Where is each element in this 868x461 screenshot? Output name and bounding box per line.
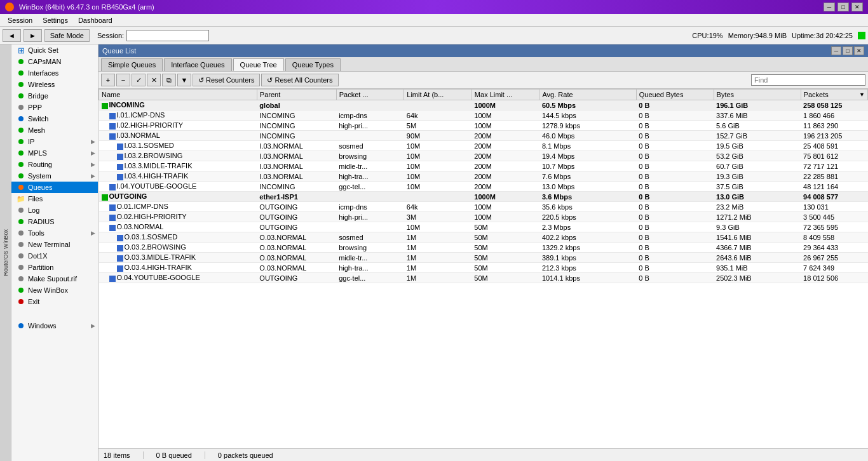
sidebar-item-interfaces[interactable]: Interfaces bbox=[11, 67, 98, 79]
reset-all-counters-icon: ↺ bbox=[267, 76, 273, 84]
sidebar-item-mpls[interactable]: MPLS ▶ bbox=[11, 147, 98, 159]
tab-queue-types[interactable]: Queue Types bbox=[285, 58, 341, 71]
table-row[interactable]: I.03.NORMAL INCOMING 90M 200M 46.0 Mbps … bbox=[99, 131, 868, 141]
radius-icon bbox=[17, 217, 25, 226]
table-row[interactable]: INCOMING global 1000M 60.5 Mbps 0 B 196.… bbox=[99, 100, 868, 110]
col-header-limit[interactable]: Limit At (b... bbox=[404, 90, 472, 100]
cell-packet: ggc-tel... bbox=[336, 182, 404, 192]
copy-button[interactable]: ⧉ bbox=[162, 74, 176, 86]
col-header-packet[interactable]: Packet ... bbox=[336, 90, 404, 100]
sidebar-item-new-winbox[interactable]: New WinBox bbox=[11, 284, 98, 296]
table-row[interactable]: O.02.HIGH-PRIORITY OUTGOING high-pri... … bbox=[99, 212, 868, 222]
sidebar-item-partition[interactable]: Partition bbox=[11, 262, 98, 273]
cell-packets: 94 008 577 bbox=[801, 192, 867, 202]
table-row[interactable]: O.03.NORMAL OUTGOING 10M 50M 2.3 Mbps 0 … bbox=[99, 222, 868, 232]
sidebar-item-bridge[interactable]: Bridge bbox=[11, 90, 98, 102]
sidebar-item-ip[interactable]: IP ▶ bbox=[11, 136, 98, 147]
sidebar-item-windows[interactable]: Windows ▶ bbox=[11, 320, 98, 331]
safemode-button[interactable]: Safe Mode bbox=[44, 29, 90, 42]
cpu-info: CPU:19% bbox=[692, 32, 722, 39]
sidebar-item-dot1x[interactable]: Dot1X bbox=[11, 250, 98, 262]
table-row[interactable]: I.02.HIGH-PRIORITY INCOMING high-pri... … bbox=[99, 121, 868, 131]
sidebar-item-system[interactable]: System ▶ bbox=[11, 170, 98, 182]
table-row[interactable]: O.01.ICMP-DNS OUTGOING icmp-dns 64k 100M… bbox=[99, 202, 868, 212]
session-input[interactable] bbox=[126, 30, 209, 41]
filter-button[interactable]: ▼ bbox=[177, 74, 191, 86]
cell-maxlimit: 50M bbox=[471, 243, 539, 253]
cell-qbytes: 0 B bbox=[636, 222, 714, 232]
cell-limit: 1M bbox=[404, 273, 472, 283]
queue-table: Name Parent Packet ... Limit At (b... Ma… bbox=[98, 89, 868, 283]
minimize-button[interactable]: ─ bbox=[824, 3, 835, 11]
table-row[interactable]: O.03.4.HIGH-TRAFIK O.03.NORMAL high-tra.… bbox=[99, 263, 868, 273]
cell-bytes: 60.7 GiB bbox=[714, 161, 801, 171]
items-count: 18 items bbox=[104, 451, 130, 459]
cell-qbytes: 0 B bbox=[636, 121, 714, 131]
table-row[interactable]: O.03.3.MIDLE-TRAFIK O.03.NORMAL midle-tr… bbox=[99, 253, 868, 263]
col-header-name[interactable]: Name bbox=[99, 90, 257, 100]
reset-counters-button[interactable]: ↺ Reset Counters bbox=[193, 74, 260, 86]
enable-button[interactable]: ✓ bbox=[132, 74, 146, 86]
cell-name: O.03.1.SOSMED bbox=[99, 232, 257, 243]
cell-bytes: 152.7 GiB bbox=[714, 131, 801, 141]
close-button[interactable]: ✕ bbox=[851, 3, 863, 11]
add-button[interactable]: + bbox=[101, 74, 115, 86]
sidebar-item-mesh[interactable]: Mesh bbox=[11, 124, 98, 136]
table-row[interactable]: O.03.2.BROWSING O.03.NORMAL browsing 1M … bbox=[99, 243, 868, 253]
col-header-packets[interactable]: Packets ▼ bbox=[801, 90, 867, 100]
disable-button[interactable]: ✕ bbox=[147, 74, 161, 86]
table-row[interactable]: I.03.2.BROWSING I.03.NORMAL browsing 10M… bbox=[99, 151, 868, 161]
sidebar-item-exit[interactable]: Exit bbox=[11, 296, 98, 307]
sidebar-item-wireless[interactable]: Wireless bbox=[11, 79, 98, 90]
menu-settings[interactable]: Settings bbox=[37, 15, 73, 25]
uptime-info: Uptime:3d 20:42:25 bbox=[792, 32, 853, 39]
menu-dashboard[interactable]: Dashboard bbox=[73, 15, 118, 25]
table-row[interactable]: O.03.1.SOSMED O.03.NORMAL sosmed 1M 50M … bbox=[99, 232, 868, 243]
sidebar-item-capsman[interactable]: CAPsMAN bbox=[11, 56, 98, 67]
cell-name: O.03.3.MIDLE-TRAFIK bbox=[99, 253, 257, 263]
cell-parent: INCOMING bbox=[257, 110, 336, 121]
sidebar-item-ppp[interactable]: PPP bbox=[11, 102, 98, 113]
sidebar-item-files[interactable]: 📁 Files bbox=[11, 193, 98, 204]
sidebar-item-log[interactable]: Log bbox=[11, 204, 98, 216]
window-close-btn[interactable]: ✕ bbox=[854, 46, 864, 55]
cell-packets: 8 409 558 bbox=[801, 232, 867, 243]
tab-interface-queues[interactable]: Interface Queues bbox=[164, 58, 231, 71]
table-row[interactable]: I.03.1.SOSMED I.03.NORMAL sosmed 10M 200… bbox=[99, 141, 868, 151]
back-button[interactable]: ◄ bbox=[3, 29, 21, 42]
cell-bytes: 5.6 GiB bbox=[714, 121, 801, 131]
sidebar-item-radius[interactable]: RADIUS bbox=[11, 216, 98, 227]
table-row[interactable]: I.03.4.HIGH-TRAFIK I.03.NORMAL high-tra.… bbox=[99, 171, 868, 182]
tab-simple-queues[interactable]: Simple Queues bbox=[101, 58, 163, 71]
sidebar-item-queues[interactable]: Queues bbox=[11, 182, 98, 193]
find-input[interactable] bbox=[751, 74, 865, 86]
column-dropdown-icon[interactable]: ▼ bbox=[859, 91, 865, 98]
menu-session[interactable]: Session bbox=[3, 15, 37, 25]
col-header-parent[interactable]: Parent bbox=[257, 90, 336, 100]
table-row[interactable]: I.03.3.MIDLE-TRAFIK I.03.NORMAL midle-tr… bbox=[99, 161, 868, 171]
cell-limit: 10M bbox=[404, 182, 472, 192]
sidebar-item-quick-set[interactable]: ⊞ Quick Set bbox=[11, 44, 98, 56]
col-header-avgrate[interactable]: Avg. Rate bbox=[539, 90, 636, 100]
table-row[interactable]: I.01.ICMP-DNS INCOMING icmp-dns 64k 100M… bbox=[99, 110, 868, 121]
window-minimize-btn[interactable]: ─ bbox=[831, 46, 841, 55]
sidebar-item-switch[interactable]: Switch bbox=[11, 113, 98, 124]
col-header-bytes[interactable]: Bytes bbox=[714, 90, 801, 100]
sidebar-label-bridge: Bridge bbox=[28, 92, 48, 100]
sidebar-item-routing[interactable]: Routing ▶ bbox=[11, 159, 98, 170]
cell-avgrate: 389.1 kbps bbox=[539, 253, 636, 263]
window-maximize-btn[interactable]: □ bbox=[843, 46, 853, 55]
col-header-maxlimit[interactable]: Max Limit ... bbox=[471, 90, 539, 100]
sidebar-item-new-terminal[interactable]: New Terminal bbox=[11, 239, 98, 250]
forward-button[interactable]: ► bbox=[24, 29, 42, 42]
table-row[interactable]: O.04.YOUTUBE-GOOGLE OUTGOING ggc-tel... … bbox=[99, 273, 868, 283]
table-row[interactable]: OUTGOING ether1-ISP1 1000M 3.6 Mbps 0 B … bbox=[99, 192, 868, 202]
maximize-button[interactable]: □ bbox=[837, 3, 849, 11]
remove-button[interactable]: − bbox=[116, 74, 130, 86]
sidebar-item-tools[interactable]: Tools ▶ bbox=[11, 227, 98, 239]
col-header-qbytes[interactable]: Queued Bytes bbox=[636, 90, 714, 100]
reset-all-counters-button[interactable]: ↺ Reset All Counters bbox=[261, 74, 338, 86]
table-row[interactable]: I.04.YOUTUBE-GOOGLE INCOMING ggc-tel... … bbox=[99, 182, 868, 192]
sidebar-item-make-supout[interactable]: Make Supout.rif bbox=[11, 273, 98, 284]
tab-queue-tree[interactable]: Queue Tree bbox=[233, 58, 284, 71]
